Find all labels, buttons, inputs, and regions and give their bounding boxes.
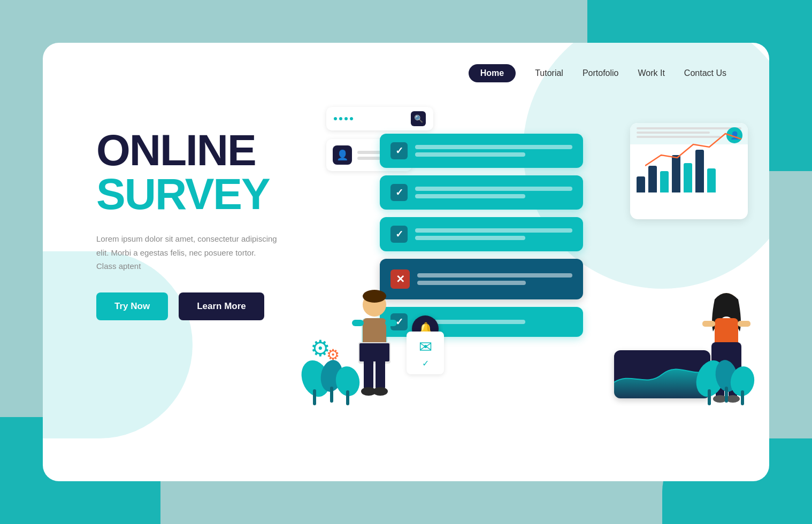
svg-rect-25 <box>330 387 333 403</box>
survey-lines-3 <box>415 228 572 240</box>
chart-bars-container <box>630 144 748 198</box>
trend-line-svg <box>645 128 741 176</box>
survey-lines-5 <box>415 320 572 324</box>
svg-rect-32 <box>741 390 744 405</box>
svg-point-1 <box>363 290 386 303</box>
search-dots <box>334 117 353 120</box>
learn-more-button[interactable]: Learn More <box>179 292 264 320</box>
check-icon-3: ✓ <box>390 226 408 243</box>
nav-contact[interactable]: Contact Us <box>684 68 726 78</box>
survey-item-1: ✓ <box>380 134 583 168</box>
user-avatar-icon: 👤 <box>333 145 352 165</box>
plants-left-svg <box>300 352 364 405</box>
svg-rect-31 <box>725 387 728 403</box>
analytics-chart-panel: 👤 <box>630 123 748 219</box>
nav-portfolio[interactable]: Portofolio <box>583 68 619 78</box>
x-icon: ✕ <box>390 269 410 289</box>
svg-rect-24 <box>313 389 316 405</box>
survey-lines-1 <box>415 145 572 157</box>
survey-lines-2 <box>415 187 572 198</box>
check-icon-2: ✓ <box>390 184 408 201</box>
illustration-area: 🔍 👤 ⚙ ⚙ ✓ <box>300 91 753 481</box>
navigation: Home Tutorial Portofolio Work It Contact… <box>469 64 726 82</box>
survey-item-2: ✓ <box>380 175 583 210</box>
check-icon-1: ✓ <box>390 142 408 159</box>
svg-rect-26 <box>346 390 349 405</box>
hero-description: Lorem ipsum dolor sit amet, consectetur … <box>96 232 278 273</box>
svg-rect-8 <box>364 350 373 390</box>
nav-tutorial[interactable]: Tutorial <box>535 68 563 78</box>
hero-title-survey: SURVEY <box>96 172 278 216</box>
mail-check-icon: ✓ <box>422 358 429 368</box>
search-icon[interactable]: 🔍 <box>411 111 426 126</box>
nav-workit[interactable]: Work It <box>638 68 664 78</box>
survey-lines-x <box>417 273 572 285</box>
survey-checklist: ✓ ✓ ✓ <box>380 134 583 344</box>
page-background: Home Tutorial Portofolio Work It Contact… <box>0 0 812 524</box>
hero-buttons: Try Now Learn More <box>96 292 278 320</box>
main-card: Home Tutorial Portofolio Work It Contact… <box>43 43 769 481</box>
envelope-icon: ✉ <box>419 337 432 356</box>
chart-bar-1 <box>637 176 645 192</box>
svg-rect-15 <box>702 321 715 327</box>
plants-right <box>694 352 759 412</box>
plants-right-svg <box>694 352 759 405</box>
hero-content: ONLINE SURVEY Lorem ipsum dolor sit amet… <box>96 128 278 320</box>
plants-left <box>300 352 364 412</box>
nav-home[interactable]: Home <box>469 64 516 82</box>
svg-rect-16 <box>738 321 750 327</box>
svg-rect-9 <box>376 350 385 390</box>
survey-item-x: ✕ <box>380 259 583 299</box>
survey-item-3: ✓ <box>380 217 583 251</box>
hero-title-online: ONLINE <box>96 128 278 172</box>
search-bar[interactable]: 🔍 <box>326 107 433 130</box>
mail-card: ✉ ✓ <box>407 332 444 374</box>
svg-point-11 <box>373 387 388 396</box>
svg-rect-30 <box>708 389 711 405</box>
try-now-button[interactable]: Try Now <box>96 292 168 320</box>
